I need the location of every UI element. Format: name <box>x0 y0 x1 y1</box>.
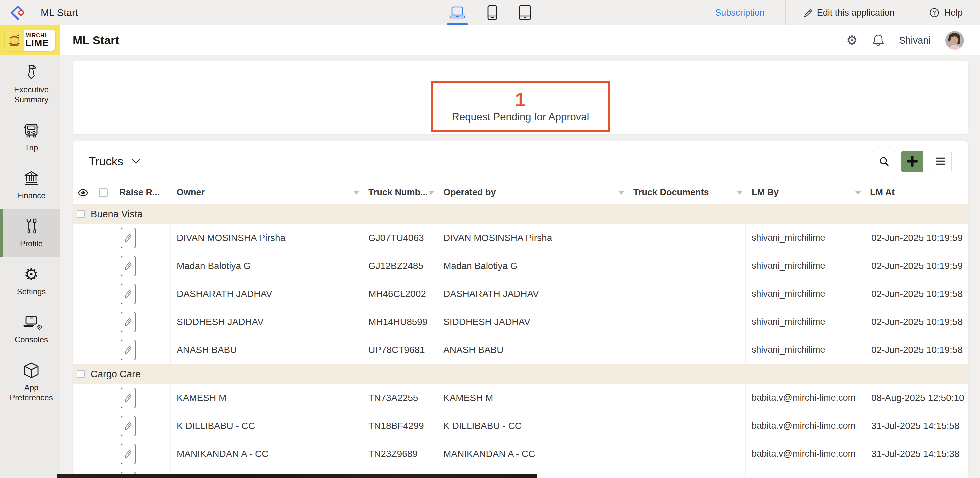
search-button[interactable] <box>873 151 895 172</box>
table-row[interactable]: SIDDHESH JADHAV MH14HU8599 SIDDHESH JADH… <box>73 308 968 336</box>
column-caret-icon[interactable] <box>429 191 434 195</box>
column-label: Owner <box>177 187 205 198</box>
pending-approval-tile[interactable]: 1 Request Pending for Approval <box>431 81 610 132</box>
view-picker[interactable]: Trucks <box>89 155 141 168</box>
cell-operated-by: SIDDHESH JADHAV <box>438 308 627 336</box>
tie-icon <box>24 64 39 81</box>
report-toolbar: Trucks <box>73 141 968 181</box>
raise-request-button[interactable] <box>121 416 136 437</box>
trucks-report-card: Trucks <box>73 141 968 478</box>
cell-lm-at: 08-Aug-2025 12:50:10 <box>864 384 968 412</box>
column-header-lm-by[interactable]: LM By <box>746 181 864 204</box>
cell-select <box>93 384 113 412</box>
cell-visibility <box>73 280 93 308</box>
sidebar-item-finance[interactable]: Finance <box>0 161 60 209</box>
column-header-lm-at[interactable]: LM At <box>864 181 968 204</box>
column-header-owner[interactable]: Owner <box>171 181 362 204</box>
cell-truck-documents <box>627 280 746 308</box>
raise-request-button[interactable] <box>121 284 136 304</box>
org-logo[interactable]: MIRCHI LIME <box>0 25 60 55</box>
raise-request-button[interactable] <box>121 312 136 332</box>
add-record-button[interactable] <box>901 151 923 172</box>
select-all-cell[interactable] <box>93 181 113 204</box>
cell-lm-by: shivani_mirchilime <box>746 224 864 252</box>
gear-icon[interactable]: ⚙ <box>846 34 858 47</box>
group-row[interactable]: Cargo Care <box>73 364 968 384</box>
select-all-checkbox[interactable] <box>99 188 108 197</box>
sidebar-item-settings[interactable]: ⚙ Settings <box>0 257 60 305</box>
raise-request-button[interactable] <box>121 444 136 464</box>
group-checkbox[interactable] <box>77 210 85 218</box>
tablet-icon[interactable] <box>517 0 533 25</box>
sidebar-item-executive-summary[interactable]: Executive Summary <box>0 55 60 113</box>
cell-owner: ANASH BABU <box>171 336 362 364</box>
avatar[interactable] <box>945 31 964 50</box>
cell-lm-by: babita.v@mirchi-lime.com <box>746 412 864 440</box>
pencil-icon <box>125 422 132 430</box>
column-caret-icon[interactable] <box>855 191 861 195</box>
cell-operated-by: K DILLIBABU - CC <box>438 412 627 440</box>
visibility-header-cell[interactable] <box>73 181 93 204</box>
column-header-raise-request[interactable]: Raise R... <box>113 181 171 204</box>
cell-truck-number: MH14HU8599 <box>362 308 438 336</box>
laptop-icon[interactable] <box>447 0 468 25</box>
topbar-right: Subscription Edit this application ? <box>694 0 980 25</box>
sidebar-item-trip[interactable]: Trip <box>0 113 60 161</box>
cell-owner: Madan Balotiya G <box>171 252 362 280</box>
cell-select <box>93 440 113 468</box>
group-checkbox[interactable] <box>77 370 85 378</box>
pencil-icon <box>125 450 132 458</box>
table-row[interactable]: KAMESH M TN73A2255 KAMESH M babita.v@mir… <box>73 384 968 412</box>
column-label: LM By <box>752 187 779 198</box>
cell-select <box>93 252 113 280</box>
cell-lm-at: 31-Jul-2025 14:15:58 <box>864 412 968 440</box>
edit-application-button[interactable]: Edit this application <box>786 8 912 18</box>
cell-raise-request <box>113 308 171 336</box>
bell-icon[interactable] <box>872 33 885 47</box>
sidebar-item-app-preferences[interactable]: App Preferences <box>0 353 60 411</box>
cell-select <box>93 308 113 336</box>
tools-icon <box>24 218 38 235</box>
sidebar-item-profile[interactable]: Profile <box>0 209 60 257</box>
cell-lm-at: 02-Jun-2025 10:19:58 <box>864 280 968 308</box>
group-row[interactable]: Buena Vista <box>73 204 968 224</box>
main-content: 1 Request Pending for Approval Trucks <box>60 55 980 478</box>
phone-icon[interactable] <box>485 0 500 25</box>
table-row[interactable]: DASHARATH JADHAV MH46CL2002 DASHARATH JA… <box>73 280 968 308</box>
raise-request-button[interactable] <box>121 388 136 408</box>
table-row[interactable]: ANASH BABU UP78CT9681 ANASH BABU shivani… <box>73 336 968 364</box>
table-row[interactable]: K DILLIBABU - CC TN18BF4299 K DILLIBABU … <box>73 412 968 440</box>
cell-visibility <box>73 440 93 468</box>
column-header-truck-documents[interactable]: Truck Documents <box>627 181 746 204</box>
more-options-button[interactable] <box>930 151 952 172</box>
table-row[interactable]: Madan Balotiya G GJ12BZ2485 Madan Baloti… <box>73 252 968 280</box>
cell-lm-at: 02-Jun-2025 10:19:58 <box>864 336 968 364</box>
creator-logo-icon[interactable] <box>0 0 32 25</box>
column-caret-icon[interactable] <box>619 191 624 195</box>
cell-truck-documents <box>627 252 746 280</box>
column-label: Truck Documents <box>633 187 709 198</box>
raise-request-button[interactable] <box>121 256 136 276</box>
toolbar-buttons <box>873 151 952 172</box>
cell-select <box>93 224 113 252</box>
raise-request-button[interactable] <box>121 340 136 360</box>
cell-select <box>93 336 113 364</box>
sidebar-item-consoles[interactable]: ⚙ Consoles <box>0 305 60 353</box>
cell-truck-documents <box>627 412 746 440</box>
cell-lm-at: 02-Jun-2025 10:19:58 <box>864 308 968 336</box>
column-header-operated-by[interactable]: Operated by <box>438 181 627 204</box>
column-caret-icon[interactable] <box>737 191 742 195</box>
cell-operated-by: DASHARATH JADHAV <box>438 280 627 308</box>
pencil-icon <box>125 234 132 242</box>
subscription-link[interactable]: Subscription <box>694 8 785 18</box>
truck-icon <box>23 122 40 139</box>
column-caret-icon[interactable] <box>354 191 359 195</box>
question-circle-icon: ? <box>929 8 939 18</box>
table-row[interactable]: DIVAN MOSINSHA Pirsha GJ07TU4063 DIVAN M… <box>73 224 968 252</box>
help-button[interactable]: ? Help <box>912 8 980 18</box>
user-name[interactable]: Shivani <box>899 35 931 46</box>
sidebar: MIRCHI LIME Executive Summary <box>0 25 60 478</box>
column-header-truck-number[interactable]: Truck Numb... <box>362 181 438 204</box>
table-row[interactable]: MANIKANDAN A - CC TN23Z9689 MANIKANDAN A… <box>73 440 968 468</box>
raise-request-button[interactable] <box>121 228 136 249</box>
